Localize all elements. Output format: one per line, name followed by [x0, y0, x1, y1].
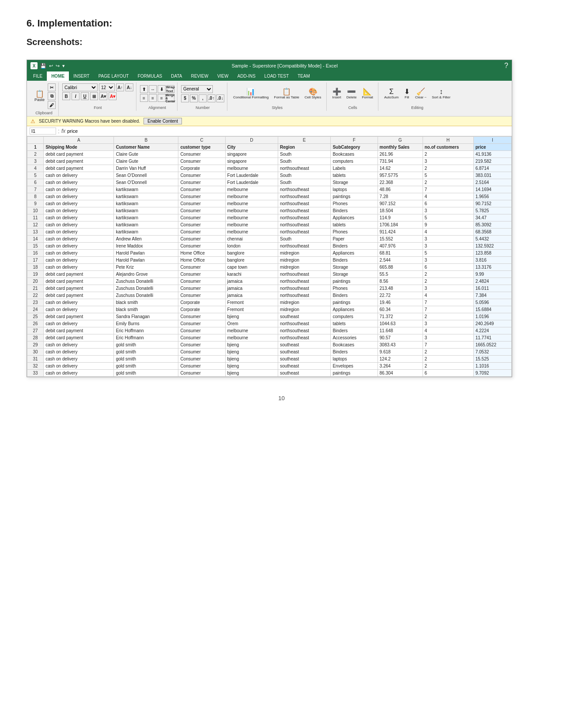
cell-E12[interactable]: northsoutheast	[278, 221, 330, 229]
decrease-font-button[interactable]: A↓	[125, 83, 133, 91]
cell-I31[interactable]: 15.525	[473, 356, 511, 363]
cell-C12[interactable]: Consumer	[178, 221, 225, 229]
cell-B2[interactable]: Claire Gute	[114, 151, 178, 158]
cell-H31[interactable]: 2	[423, 356, 473, 363]
cell-D26[interactable]: Orem	[225, 320, 278, 327]
undo-icon[interactable]: ↩	[49, 63, 53, 69]
cell-A3[interactable]: debit card payment	[44, 158, 114, 165]
cell-C30[interactable]: Consumer	[178, 349, 225, 356]
font-color-button[interactable]: A▾	[109, 92, 117, 100]
cell-D20[interactable]: jamaica	[225, 278, 278, 285]
cell-F13[interactable]: Phones	[331, 229, 378, 236]
cell-I25[interactable]: 1.0196	[473, 313, 511, 320]
cell-D12[interactable]: melbourne	[225, 221, 278, 229]
cell-C24[interactable]: Corporate	[178, 306, 225, 313]
cell-H23[interactable]: 7	[423, 299, 473, 306]
cell-D33[interactable]: bjieng	[225, 370, 278, 377]
fill-color-button[interactable]: A▾	[99, 92, 107, 100]
cell-H27[interactable]: 4	[423, 327, 473, 334]
cell-I19[interactable]: 9.99	[473, 271, 511, 278]
cell-F25[interactable]: computers	[331, 313, 378, 320]
cell-I2[interactable]: 41.9136	[473, 151, 511, 158]
align-middle-button[interactable]: ↔	[149, 85, 157, 93]
cell-F33[interactable]: paintings	[331, 370, 378, 377]
cell-B18[interactable]: Pete Kriz	[114, 264, 178, 271]
cell-G20[interactable]: 8.56	[378, 278, 423, 285]
cell-C3[interactable]: Consumer	[178, 158, 225, 165]
cell-C26[interactable]: Consumer	[178, 320, 225, 327]
tab-page-layout[interactable]: PAGE LAYOUT	[94, 71, 133, 81]
cell-C23[interactable]: Corporate	[178, 299, 225, 306]
cell-C2[interactable]: Consumer	[178, 151, 225, 158]
cell-F32[interactable]: Envelopes	[331, 363, 378, 370]
cell-G19[interactable]: 55.5	[378, 271, 423, 278]
cell-H16[interactable]: 5	[423, 250, 473, 257]
cell-A8[interactable]: cash on delivery	[44, 193, 114, 200]
cell-I23[interactable]: 5.0596	[473, 299, 511, 306]
cell-F2[interactable]: Bookcases	[331, 151, 378, 158]
cell-A11[interactable]: cash on delivery	[44, 214, 114, 221]
cell-H5[interactable]: 5	[423, 172, 473, 179]
cell-B14[interactable]: Andrew Allen	[114, 236, 178, 243]
cell-F24[interactable]: Appliances	[331, 306, 378, 313]
cell-C18[interactable]: Consumer	[178, 264, 225, 271]
cell-C31[interactable]: Consumer	[178, 356, 225, 363]
cell-B5[interactable]: Sean O'Donnell	[114, 172, 178, 179]
cell-D13[interactable]: melbourne	[225, 229, 278, 236]
cell-F23[interactable]: paintings	[331, 299, 378, 306]
cell-C20[interactable]: Consumer	[178, 278, 225, 285]
cell-I12[interactable]: 85.3092	[473, 221, 511, 229]
cell-D24[interactable]: Fremont	[225, 306, 278, 313]
merge-center-button[interactable]: Merge & Center	[166, 94, 174, 102]
cell-B27[interactable]: Eric Hoffmann	[114, 327, 178, 334]
cell-B22[interactable]: Zuschuss Donatelli	[114, 292, 178, 299]
cell-E22[interactable]: northsoutheast	[278, 292, 330, 299]
cell-A7[interactable]: cash on delivery	[44, 186, 114, 193]
col-header-c[interactable]: C	[178, 137, 225, 144]
cell-F5[interactable]: tablets	[331, 172, 378, 179]
cell-G4[interactable]: 14.62	[378, 165, 423, 172]
save-icon[interactable]: 💾	[40, 63, 46, 69]
cell-I11[interactable]: 34.47	[473, 214, 511, 221]
cell-D6[interactable]: Fort Lauderdale	[225, 179, 278, 186]
underline-button[interactable]: U	[81, 92, 89, 100]
align-bottom-button[interactable]: ⬇	[158, 85, 166, 93]
cell-B32[interactable]: gold smith	[114, 363, 178, 370]
cell-D14[interactable]: chennai	[225, 236, 278, 243]
cut-button[interactable]: ✂	[48, 83, 56, 91]
cell-H11[interactable]: 5	[423, 214, 473, 221]
cell-A18[interactable]: cash on delivery	[44, 264, 114, 271]
cell-E27[interactable]: northsoutheast	[278, 327, 330, 334]
cell-reference-input[interactable]	[30, 128, 56, 135]
format-as-table-button[interactable]: 📋 Format as Table	[272, 87, 302, 101]
cell-I32[interactable]: 1.1016	[473, 363, 511, 370]
cell-D8[interactable]: melbourne	[225, 193, 278, 200]
cell-I24[interactable]: 15.6884	[473, 306, 511, 313]
cell-A25[interactable]: debit card payment	[44, 313, 114, 320]
font-size-select[interactable]: 12	[99, 83, 115, 91]
cell-I15[interactable]: 132.5922	[473, 243, 511, 250]
cell-E11[interactable]: northsoutheast	[278, 214, 330, 221]
cell-C7[interactable]: Consumer	[178, 186, 225, 193]
delete-button[interactable]: ➖ Delete	[344, 87, 359, 101]
cell-E8[interactable]: northsoutheast	[278, 193, 330, 200]
cell-E17[interactable]: midregion	[278, 257, 330, 264]
formula-input[interactable]	[67, 128, 509, 134]
cell-H8[interactable]: 4	[423, 193, 473, 200]
cell-G18[interactable]: 665.88	[378, 264, 423, 271]
cell-B19[interactable]: Alejandro Grove	[114, 271, 178, 278]
cell-F21[interactable]: Phones	[331, 285, 378, 292]
cell-F9[interactable]: Phones	[331, 200, 378, 207]
tab-add-ins[interactable]: ADD-INS	[233, 71, 260, 81]
cell-D25[interactable]: bjieng	[225, 313, 278, 320]
cell-E33[interactable]: southeast	[278, 370, 330, 377]
cell-I30[interactable]: 7.0532	[473, 349, 511, 356]
cell-B17[interactable]: Harold Pawlan	[114, 257, 178, 264]
cell-G30[interactable]: 9.618	[378, 349, 423, 356]
cell-B28[interactable]: Eric Hoffmann	[114, 334, 178, 341]
cell-A13[interactable]: cash on delivery	[44, 229, 114, 236]
cell-D5[interactable]: Fort Lauderdale	[225, 172, 278, 179]
insert-button[interactable]: ➕ Insert	[330, 87, 344, 101]
cell-G5[interactable]: 957.5775	[378, 172, 423, 179]
cell-A19[interactable]: debit card payment	[44, 271, 114, 278]
